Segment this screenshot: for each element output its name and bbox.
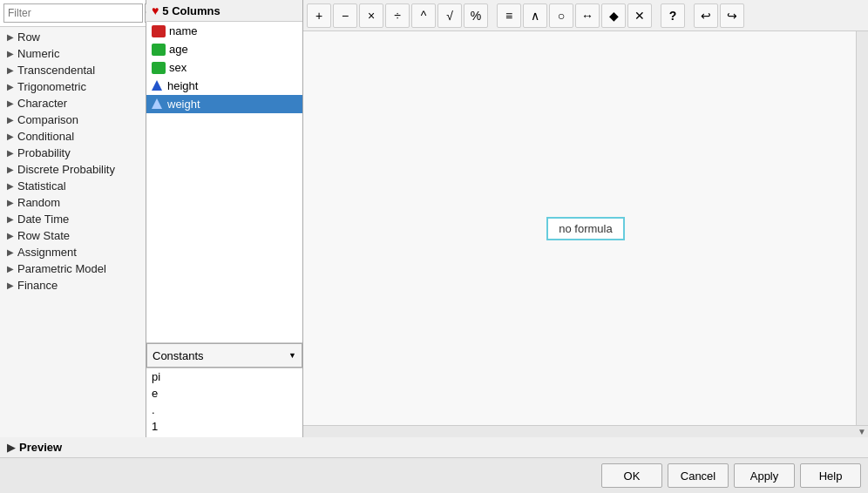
filter-input[interactable] [3, 3, 143, 23]
columns-panel: ♥ 5 Columns nameagesexheightweight Const… [146, 0, 303, 437]
category-item[interactable]: ▶Parametric Model [0, 260, 146, 277]
category-label: Probability [17, 146, 71, 159]
column-item[interactable]: age [146, 40, 302, 58]
category-arrow-icon: ▶ [7, 49, 14, 58]
no-formula-box: no formula [546, 217, 624, 240]
category-label: Statistical [17, 179, 66, 192]
category-arrow-icon: ▶ [7, 115, 14, 125]
cancel-button[interactable]: Cancel [668, 463, 729, 488]
column-name-label: sex [169, 61, 186, 74]
preview-arrow-icon: ▶ [7, 441, 16, 454]
category-item[interactable]: ▶Assignment [0, 244, 146, 260]
category-label: Random [17, 196, 60, 209]
constant-item[interactable]: 1 [146, 418, 302, 435]
toolbar-percent-button[interactable]: % [464, 3, 488, 28]
category-item[interactable]: ▶Transcendental [0, 62, 146, 78]
category-item[interactable]: ▶Trigonometric [0, 78, 146, 95]
preview-label: Preview [19, 441, 62, 454]
category-arrow-icon: ▶ [7, 132, 14, 141]
formula-scrollbar-horizontal[interactable]: ▼ [303, 425, 868, 437]
category-arrow-icon: ▶ [7, 165, 14, 174]
category-item[interactable]: ▶Row State [0, 227, 146, 244]
category-item[interactable]: ▶Character [0, 95, 146, 111]
svg-marker-2 [152, 80, 162, 91]
toolbar-sqrt-button[interactable]: √ [437, 3, 462, 28]
category-item[interactable]: ▶Conditional [0, 128, 146, 145]
bottom-section: ▶ Preview OK Cancel Apply Help [0, 437, 868, 493]
category-item[interactable]: ▶Probability [0, 145, 146, 161]
toolbar-circle-button[interactable]: ○ [549, 3, 573, 28]
category-arrow-icon: ▶ [7, 247, 14, 257]
column-item[interactable]: name [146, 22, 302, 40]
constant-item[interactable]: . [146, 402, 302, 418]
column-name-label: weight [167, 98, 200, 111]
category-label: Finance [17, 279, 58, 292]
category-item[interactable]: ▶Date Time [0, 211, 146, 227]
toolbar-undo-button[interactable]: ↩ [694, 3, 718, 28]
formula-area[interactable]: no formula [303, 31, 868, 425]
toolbar-diamond-button[interactable]: ◆ [601, 3, 626, 28]
category-arrow-icon: ▶ [7, 198, 14, 207]
toolbar-power-button[interactable]: ^ [411, 3, 436, 28]
button-row: OK Cancel Apply Help [0, 458, 868, 493]
toolbar-add-button[interactable]: + [307, 3, 331, 28]
formula-scrollbar-vertical[interactable] [856, 31, 868, 425]
category-item[interactable]: ▶Row [0, 29, 146, 45]
category-arrow-icon: ▶ [7, 214, 14, 224]
toolbar-divide-button[interactable]: ÷ [385, 3, 410, 28]
column-item[interactable]: height [146, 77, 302, 95]
column-name-label: height [167, 79, 198, 92]
category-label: Comparison [17, 113, 78, 126]
filter-bar: ▼ [0, 0, 146, 27]
constants-list: pie.1 [146, 368, 302, 437]
constants-dropdown[interactable]: Constants ▼ [146, 343, 302, 368]
category-label: Conditional [17, 130, 74, 143]
category-label: Character [17, 97, 67, 110]
category-label: Transcendental [17, 64, 95, 77]
category-arrow-icon: ▶ [7, 181, 14, 191]
category-item[interactable]: ▶Discrete Probability [0, 161, 146, 178]
category-item[interactable]: ▶Finance [0, 277, 146, 294]
help-button[interactable]: Help [800, 463, 861, 488]
toolbar-subtract-button[interactable]: − [333, 3, 357, 28]
category-arrow-icon: ▶ [7, 65, 14, 75]
column-item[interactable]: sex [146, 58, 302, 77]
category-label: Parametric Model [17, 262, 106, 275]
columns-header: ♥ 5 Columns [146, 0, 302, 22]
apply-button[interactable]: Apply [734, 463, 795, 488]
category-item[interactable]: ▶Random [0, 194, 146, 211]
column-type-icon [152, 80, 164, 92]
column-type-icon [152, 44, 166, 56]
category-item[interactable]: ▶Numeric [0, 45, 146, 62]
category-item[interactable]: ▶Comparison [0, 111, 146, 128]
ok-button[interactable]: OK [601, 463, 662, 488]
category-panel: ▼ ▶Row▶Numeric▶Transcendental▶Trigonomet… [0, 0, 146, 437]
column-name-label: name [169, 24, 198, 37]
columns-header-icon: ♥ [152, 3, 159, 17]
toolbar-help-button[interactable]: ? [661, 3, 685, 28]
constant-item[interactable]: pi [146, 368, 302, 385]
category-label: Row [17, 30, 40, 44]
toolbar-close-button[interactable]: ✕ [627, 3, 652, 28]
category-arrow-icon: ▶ [7, 280, 14, 290]
category-label: Trigonometric [17, 80, 86, 93]
formula-panel: + − × ÷ ^ √ % ≡ ∧ ○ ↔ ◆ ✕ ? ↩ ↪ no formu… [303, 0, 868, 437]
toolbar-equiv-button[interactable]: ≡ [497, 3, 521, 28]
columns-count-label: 5 Columns [162, 4, 220, 17]
category-label: Numeric [17, 47, 59, 60]
toolbar-and-button[interactable]: ∧ [523, 3, 547, 28]
toolbar-swap-button[interactable]: ↔ [575, 3, 600, 28]
constant-item[interactable]: e [146, 385, 302, 402]
toolbar-redo-button[interactable]: ↪ [720, 3, 744, 28]
category-arrow-icon: ▶ [7, 82, 14, 91]
constants-chevron-icon: ▼ [288, 351, 296, 360]
category-arrow-icon: ▶ [7, 32, 14, 42]
category-label: Assignment [17, 246, 77, 259]
constants-section: Constants ▼ pie.1 [146, 342, 302, 437]
svg-marker-3 [152, 98, 162, 109]
toolbar-multiply-button[interactable]: × [359, 3, 383, 28]
category-arrow-icon: ▶ [7, 231, 14, 240]
category-item[interactable]: ▶Statistical [0, 178, 146, 194]
formula-toolbar: + − × ÷ ^ √ % ≡ ∧ ○ ↔ ◆ ✕ ? ↩ ↪ [303, 0, 868, 31]
column-item[interactable]: weight [146, 95, 302, 113]
